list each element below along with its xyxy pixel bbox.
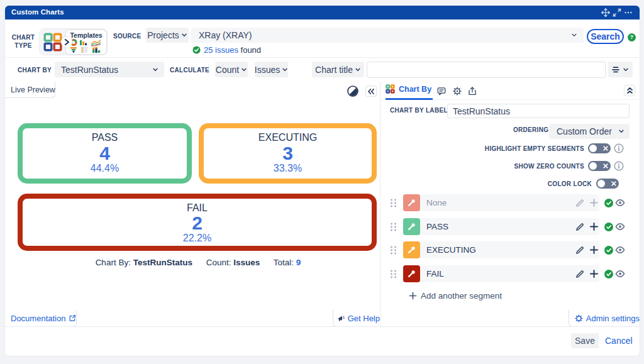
segment-color-swatch[interactable] bbox=[403, 241, 420, 258]
segment-color-swatch[interactable] bbox=[403, 194, 420, 211]
chart-by-squares-icon bbox=[386, 84, 395, 94]
segment-card-executing: EXECUTING 3 33.3% bbox=[199, 123, 377, 184]
edit-segment-icon[interactable] bbox=[575, 223, 584, 231]
card-percentage: 44.4% bbox=[23, 163, 187, 174]
collapse-settings-button[interactable] bbox=[365, 85, 377, 97]
card-value: 3 bbox=[204, 144, 372, 163]
resize-icon[interactable] bbox=[613, 8, 621, 17]
color-lock-toggle[interactable] bbox=[596, 179, 619, 189]
chart-type-label: CHART TYPE bbox=[11, 33, 35, 50]
documentation-link[interactable]: Documentation bbox=[5, 310, 77, 327]
more-options-icon[interactable] bbox=[624, 8, 633, 17]
issues-found-status: 25 issues found bbox=[192, 46, 261, 54]
segment-valid-icon[interactable] bbox=[604, 199, 613, 207]
highlight-empty-segments-toggle[interactable] bbox=[588, 143, 611, 153]
chart-title-dropdown[interactable]: Chart title bbox=[312, 62, 364, 77]
count-dropdown-label: Count bbox=[216, 65, 239, 75]
eyedropper-icon bbox=[408, 270, 416, 278]
segment-visibility-icon[interactable] bbox=[615, 269, 625, 279]
expand-panel-button[interactable] bbox=[624, 85, 635, 96]
source-value: XRay (XRAY) bbox=[199, 30, 571, 40]
eyedropper-icon bbox=[408, 223, 416, 231]
source-projects-dropdown[interactable]: Projects bbox=[146, 28, 189, 43]
toolbar-row-source: CHART TYPE Templates bbox=[5, 19, 640, 58]
add-segment-value-icon[interactable] bbox=[589, 269, 599, 279]
segment-label: PASS bbox=[426, 218, 448, 235]
drag-handle-icon[interactable] bbox=[390, 246, 397, 255]
footer-divider bbox=[5, 326, 640, 327]
save-button[interactable]: Save bbox=[571, 333, 599, 348]
chart-type-selector[interactable]: Templates bbox=[39, 28, 108, 55]
chart-by-label-input[interactable] bbox=[447, 104, 630, 118]
toggle-off-x-icon bbox=[603, 146, 608, 151]
show-zero-counts-toggle[interactable] bbox=[588, 161, 611, 171]
segment-color-swatch[interactable] bbox=[403, 265, 420, 282]
segment-visibility-icon[interactable] bbox=[615, 245, 625, 255]
success-check-icon bbox=[192, 46, 201, 54]
source-label: SOURCE bbox=[113, 33, 142, 40]
search-button[interactable]: Search bbox=[587, 29, 624, 44]
drag-handle-icon[interactable] bbox=[390, 199, 397, 207]
card-label: PASS bbox=[23, 132, 187, 143]
chart-by-label: CHART BY bbox=[18, 67, 52, 74]
chart-title-input[interactable] bbox=[367, 62, 606, 78]
segment-valid-icon[interactable] bbox=[604, 223, 613, 231]
calculate-label: CALCULATE bbox=[170, 67, 209, 74]
settings-tabs: Chart By bbox=[380, 82, 640, 100]
move-icon[interactable] bbox=[601, 8, 610, 17]
segment-visibility-icon[interactable] bbox=[615, 222, 625, 231]
segment-label: None bbox=[426, 194, 447, 211]
drag-handle-icon[interactable] bbox=[390, 223, 397, 231]
comment-icon[interactable] bbox=[437, 87, 446, 96]
ordering-value: Custom Order bbox=[557, 126, 612, 136]
card-percentage: 33.3% bbox=[204, 163, 372, 174]
svg-text:?: ? bbox=[630, 34, 633, 40]
cancel-button[interactable]: Cancel bbox=[605, 333, 633, 348]
info-icon[interactable] bbox=[614, 161, 624, 171]
segment-label: FAIL bbox=[426, 265, 444, 282]
external-link-icon bbox=[69, 314, 76, 322]
gear-icon[interactable] bbox=[453, 87, 462, 96]
plus-icon bbox=[409, 292, 417, 300]
segment-color-swatch[interactable] bbox=[403, 218, 420, 235]
drag-handle-icon[interactable] bbox=[390, 270, 397, 279]
admin-settings-link[interactable]: Admin settings bbox=[569, 310, 640, 327]
calculate-count-dropdown[interactable]: Count bbox=[215, 62, 248, 77]
add-segment-value-icon[interactable] bbox=[589, 198, 599, 207]
help-icon[interactable]: ? bbox=[628, 33, 636, 41]
segment-row-executing: EXECUTING bbox=[380, 241, 640, 258]
issues-found-link[interactable]: 25 issues bbox=[204, 45, 238, 55]
get-help-link[interactable]: Get Help bbox=[333, 310, 380, 327]
info-icon[interactable] bbox=[614, 143, 624, 153]
tab-chart-by[interactable]: Chart By bbox=[386, 82, 433, 100]
add-segment-value-icon[interactable] bbox=[589, 222, 599, 231]
contrast-toggle-icon[interactable] bbox=[347, 85, 358, 97]
segment-valid-icon[interactable] bbox=[604, 246, 613, 255]
title-align-dropdown[interactable] bbox=[608, 62, 633, 77]
segment-row-none: None bbox=[380, 194, 640, 211]
share-icon[interactable] bbox=[468, 87, 477, 96]
add-another-segment-button[interactable]: Add another segment bbox=[409, 290, 502, 301]
card-label: EXECUTING bbox=[204, 132, 372, 143]
calculate-issues-dropdown[interactable]: Issues bbox=[255, 62, 288, 77]
segment-card-fail: FAIL 2 22.2% bbox=[18, 194, 377, 251]
source-value-combobox[interactable]: XRay (XRAY) bbox=[191, 28, 584, 43]
segment-row-pass: PASS bbox=[380, 218, 640, 235]
chart-type-expand-chevron bbox=[61, 36, 72, 48]
edit-segment-icon[interactable] bbox=[575, 270, 584, 279]
chart-by-value: TestRunStatus bbox=[61, 65, 118, 75]
chevron-down-icon bbox=[152, 67, 158, 73]
highlight-empty-segments-label: HIGHLIGHT EMPTY SEGMENTS bbox=[485, 145, 584, 152]
chart-title-dropdown-label: Chart title bbox=[315, 65, 353, 75]
ordering-select[interactable]: Custom Order bbox=[549, 124, 630, 139]
chevron-down-icon bbox=[282, 67, 288, 73]
segment-visibility-icon[interactable] bbox=[615, 198, 625, 207]
card-value: 2 bbox=[23, 214, 372, 233]
add-segment-value-icon[interactable] bbox=[589, 245, 599, 255]
segment-valid-icon[interactable] bbox=[604, 270, 613, 279]
chevron-down-icon bbox=[623, 67, 629, 73]
edit-segment-icon[interactable] bbox=[575, 199, 584, 207]
eyedropper-icon bbox=[408, 246, 416, 254]
edit-segment-icon[interactable] bbox=[575, 246, 584, 255]
chart-by-select[interactable]: TestRunStatus bbox=[55, 62, 164, 77]
